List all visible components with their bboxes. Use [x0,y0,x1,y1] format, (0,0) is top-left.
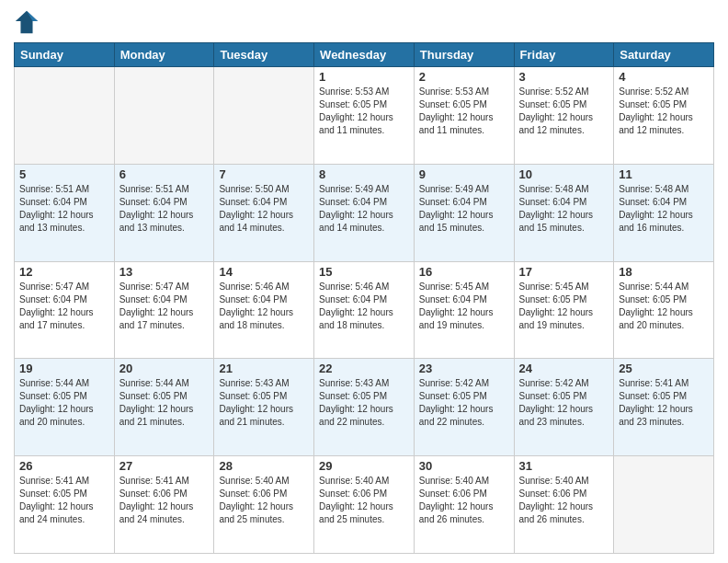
calendar-cell: 5Sunrise: 5:51 AM Sunset: 6:04 PM Daylig… [15,164,115,261]
calendar-cell: 18Sunrise: 5:44 AM Sunset: 6:05 PM Dayli… [614,261,714,359]
day-number: 8 [319,167,409,181]
weekday-friday: Friday [514,43,614,67]
weekday-header-row: SundayMondayTuesdayWednesdayThursdayFrid… [15,43,714,67]
calendar-cell: 21Sunrise: 5:43 AM Sunset: 6:05 PM Dayli… [214,359,314,456]
logo [14,9,43,35]
day-info: Sunrise: 5:42 AM Sunset: 6:05 PM Dayligh… [419,377,509,429]
day-number: 4 [619,70,709,84]
day-info: Sunrise: 5:47 AM Sunset: 6:04 PM Dayligh… [19,281,109,332]
day-info: Sunrise: 5:42 AM Sunset: 6:05 PM Dayligh… [519,377,609,429]
day-number: 11 [619,167,709,181]
day-number: 13 [119,265,210,279]
day-number: 18 [619,265,709,279]
calendar-cell: 20Sunrise: 5:44 AM Sunset: 6:05 PM Dayli… [114,359,214,456]
calendar-cell: 28Sunrise: 5:40 AM Sunset: 6:06 PM Dayli… [214,456,314,554]
day-info: Sunrise: 5:51 AM Sunset: 6:04 PM Dayligh… [19,183,109,235]
calendar-cell: 16Sunrise: 5:45 AM Sunset: 6:04 PM Dayli… [414,261,514,359]
day-info: Sunrise: 5:44 AM Sunset: 6:05 PM Dayligh… [119,377,210,429]
day-info: Sunrise: 5:41 AM Sunset: 6:05 PM Dayligh… [19,475,109,526]
calendar-cell: 9Sunrise: 5:49 AM Sunset: 6:04 PM Daylig… [414,164,514,261]
day-number: 2 [419,70,509,84]
day-number: 10 [519,167,609,181]
calendar-cell: 13Sunrise: 5:47 AM Sunset: 6:04 PM Dayli… [114,261,214,359]
day-number: 15 [319,265,409,279]
calendar-cell [214,67,314,165]
day-number: 28 [219,459,309,473]
day-number: 30 [419,459,509,473]
day-info: Sunrise: 5:48 AM Sunset: 6:04 PM Dayligh… [619,183,709,235]
day-info: Sunrise: 5:46 AM Sunset: 6:04 PM Dayligh… [219,281,309,332]
day-number: 20 [119,362,210,375]
calendar-cell: 19Sunrise: 5:44 AM Sunset: 6:05 PM Dayli… [15,359,115,456]
calendar-cell [15,67,115,165]
day-info: Sunrise: 5:52 AM Sunset: 6:05 PM Dayligh… [619,86,709,137]
week-row-4: 19Sunrise: 5:44 AM Sunset: 6:05 PM Dayli… [15,359,714,456]
day-info: Sunrise: 5:51 AM Sunset: 6:04 PM Dayligh… [119,183,210,235]
weekday-sunday: Sunday [15,43,115,67]
calendar-cell: 8Sunrise: 5:49 AM Sunset: 6:04 PM Daylig… [314,164,415,261]
day-info: Sunrise: 5:43 AM Sunset: 6:05 PM Dayligh… [319,377,409,429]
calendar-cell: 6Sunrise: 5:51 AM Sunset: 6:04 PM Daylig… [114,164,214,261]
day-number: 24 [519,362,609,375]
day-number: 3 [519,70,609,84]
calendar-cell: 26Sunrise: 5:41 AM Sunset: 6:05 PM Dayli… [15,456,115,554]
day-info: Sunrise: 5:41 AM Sunset: 6:05 PM Dayligh… [619,377,709,429]
page-container: SundayMondayTuesdayWednesdayThursdayFrid… [0,0,728,563]
day-number: 16 [419,265,509,279]
week-row-5: 26Sunrise: 5:41 AM Sunset: 6:05 PM Dayli… [15,456,714,554]
day-number: 22 [319,362,409,375]
day-info: Sunrise: 5:43 AM Sunset: 6:05 PM Dayligh… [219,377,309,429]
calendar-cell: 29Sunrise: 5:40 AM Sunset: 6:06 PM Dayli… [314,456,415,554]
calendar-cell: 17Sunrise: 5:45 AM Sunset: 6:05 PM Dayli… [514,261,614,359]
logo-icon [14,9,40,35]
header [14,9,714,35]
day-number: 6 [119,167,210,181]
day-info: Sunrise: 5:45 AM Sunset: 6:05 PM Dayligh… [519,281,609,332]
svg-marker-0 [16,11,38,33]
day-number: 27 [119,459,210,473]
calendar-cell: 24Sunrise: 5:42 AM Sunset: 6:05 PM Dayli… [514,359,614,456]
day-info: Sunrise: 5:40 AM Sunset: 6:06 PM Dayligh… [319,475,409,526]
day-number: 19 [19,362,109,375]
day-info: Sunrise: 5:53 AM Sunset: 6:05 PM Dayligh… [319,86,409,137]
calendar-cell: 1Sunrise: 5:53 AM Sunset: 6:05 PM Daylig… [314,67,415,165]
calendar-cell: 12Sunrise: 5:47 AM Sunset: 6:04 PM Dayli… [15,261,115,359]
calendar-cell: 14Sunrise: 5:46 AM Sunset: 6:04 PM Dayli… [214,261,314,359]
weekday-saturday: Saturday [614,43,714,67]
week-row-1: 1Sunrise: 5:53 AM Sunset: 6:05 PM Daylig… [15,67,714,165]
calendar-cell: 22Sunrise: 5:43 AM Sunset: 6:05 PM Dayli… [314,359,415,456]
calendar-cell: 7Sunrise: 5:50 AM Sunset: 6:04 PM Daylig… [214,164,314,261]
day-info: Sunrise: 5:47 AM Sunset: 6:04 PM Dayligh… [119,281,210,332]
calendar-cell: 27Sunrise: 5:41 AM Sunset: 6:06 PM Dayli… [114,456,214,554]
day-info: Sunrise: 5:44 AM Sunset: 6:05 PM Dayligh… [19,377,109,429]
day-info: Sunrise: 5:41 AM Sunset: 6:06 PM Dayligh… [119,475,210,526]
week-row-3: 12Sunrise: 5:47 AM Sunset: 6:04 PM Dayli… [15,261,714,359]
calendar-cell: 30Sunrise: 5:40 AM Sunset: 6:06 PM Dayli… [414,456,514,554]
day-number: 29 [319,459,409,473]
day-number: 1 [319,70,409,84]
calendar-cell: 15Sunrise: 5:46 AM Sunset: 6:04 PM Dayli… [314,261,415,359]
calendar-cell: 31Sunrise: 5:40 AM Sunset: 6:06 PM Dayli… [514,456,614,554]
day-info: Sunrise: 5:44 AM Sunset: 6:05 PM Dayligh… [619,281,709,332]
calendar-table: SundayMondayTuesdayWednesdayThursdayFrid… [14,42,714,554]
calendar-cell: 10Sunrise: 5:48 AM Sunset: 6:04 PM Dayli… [514,164,614,261]
day-number: 12 [19,265,109,279]
day-number: 17 [519,265,609,279]
day-info: Sunrise: 5:40 AM Sunset: 6:06 PM Dayligh… [519,475,609,526]
calendar-cell: 25Sunrise: 5:41 AM Sunset: 6:05 PM Dayli… [614,359,714,456]
calendar-cell: 11Sunrise: 5:48 AM Sunset: 6:04 PM Dayli… [614,164,714,261]
day-number: 31 [519,459,609,473]
day-number: 21 [219,362,309,375]
calendar-cell: 2Sunrise: 5:53 AM Sunset: 6:05 PM Daylig… [414,67,514,165]
day-number: 23 [419,362,509,375]
day-number: 9 [419,167,509,181]
weekday-tuesday: Tuesday [214,43,314,67]
day-number: 14 [219,265,309,279]
day-info: Sunrise: 5:40 AM Sunset: 6:06 PM Dayligh… [419,475,509,526]
day-info: Sunrise: 5:45 AM Sunset: 6:04 PM Dayligh… [419,281,509,332]
day-number: 25 [619,362,709,375]
calendar-cell [114,67,214,165]
day-info: Sunrise: 5:53 AM Sunset: 6:05 PM Dayligh… [419,86,509,137]
day-info: Sunrise: 5:49 AM Sunset: 6:04 PM Dayligh… [419,183,509,235]
calendar-cell: 3Sunrise: 5:52 AM Sunset: 6:05 PM Daylig… [514,67,614,165]
